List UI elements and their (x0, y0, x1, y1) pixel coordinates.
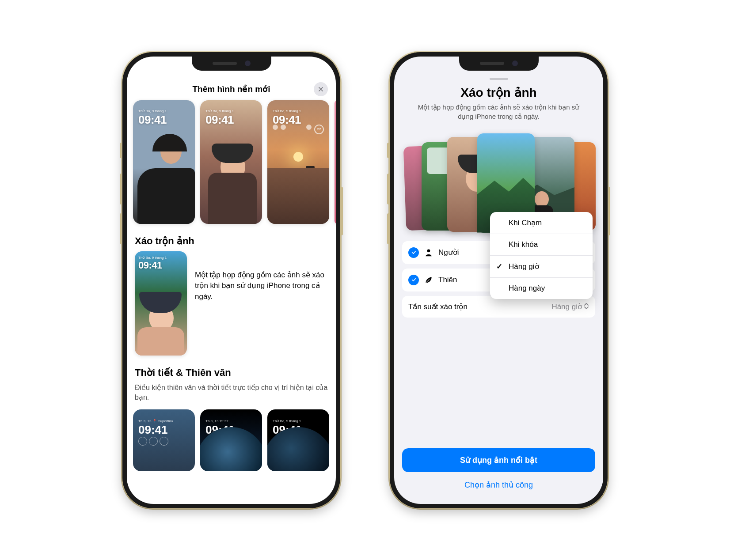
leaf-icon (424, 276, 433, 284)
person-icon (424, 248, 433, 257)
preview-date: Thứ Ba, 9 tháng 1 (273, 109, 301, 113)
preview-date: Th 3, 13 19:32 (205, 419, 235, 423)
preview-date: Thứ Ba, 9 tháng 1 (138, 256, 167, 260)
preview-clock: 09:41 (138, 260, 167, 271)
preview-date: Thứ Ba, 9 tháng 1 (138, 109, 167, 113)
wallpaper-preview-card[interactable]: Thứ Ba, 9 tháng 1 09:41 (200, 100, 262, 224)
frequency-popup: Khi Chạm Khi khóa Hàng giờ Hàng ngày (490, 212, 593, 299)
sheet-header: Thêm hình nền mới (127, 78, 336, 100)
close-button[interactable] (314, 82, 328, 96)
option-label: Thiên (438, 276, 457, 284)
weather-row[interactable]: Th 3, 13 📍 Cupertino 09:41 Th 3, 13 19:3… (127, 407, 336, 471)
phone-right: Xáo trộn ảnh Một tập hợp động gồm các ản… (389, 52, 608, 509)
page-title: Xáo trộn ảnh (394, 85, 603, 100)
weather-card[interactable]: Th 3, 13 19:32 09:41 (200, 409, 262, 471)
wallpaper-preview-card[interactable] (335, 100, 336, 224)
shuffle-preview-card[interactable]: Thứ Ba, 9 tháng 1 09:41 (135, 251, 187, 356)
option-label: Người (438, 248, 459, 257)
preview-clock: 09:41 (138, 113, 167, 127)
preview-date: Th 3, 13 📍 Cupertino (138, 419, 173, 423)
section-subtitle-weather: Điều kiện thiên văn và thời tiết trực ti… (127, 383, 336, 407)
chevron-up-down-icon (584, 303, 589, 311)
preview-clock: 09:41 (205, 113, 234, 127)
wallpaper-preview-row[interactable]: Thứ Ba, 9 tháng 1 09:41 Thứ Ba, 9 tháng … (127, 100, 336, 230)
phone-left: Thêm hình nền mới Thứ Ba, 9 tháng 1 09:4… (122, 52, 341, 509)
widget-temperature: 22 (314, 125, 324, 134)
frequency-row[interactable]: Tần suất xáo trộn Hàng giờ (402, 296, 595, 318)
close-icon (318, 86, 324, 92)
use-featured-button[interactable]: Sử dụng ảnh nổi bật (402, 448, 595, 472)
popup-item-on-tap[interactable]: Khi Chạm (490, 212, 593, 234)
checkmark-badge-icon (408, 275, 419, 285)
svg-point-0 (427, 249, 430, 252)
preview-clock: 09:41 (138, 423, 173, 437)
sheet-grabber[interactable] (490, 78, 508, 80)
screen-right: Xáo trộn ảnh Một tập hợp động gồm các ản… (394, 57, 603, 504)
popup-item-daily[interactable]: Hàng ngày (490, 278, 593, 299)
preview-date: Thứ Ba, 9 tháng 1 (273, 419, 302, 423)
sheet-title: Thêm hình nền mới (127, 84, 336, 94)
section-title-shuffle: Xáo trộn ảnh (127, 230, 336, 251)
page-subtitle: Một tập hợp động gồm các ảnh sẽ xáo trộn… (394, 100, 603, 128)
section-title-weather: Thời tiết & Thiên văn (127, 362, 336, 383)
popup-item-on-lock[interactable]: Khi khóa (490, 234, 593, 256)
frequency-label: Tần suất xáo trộn (408, 302, 468, 311)
screen-left: Thêm hình nền mới Thứ Ba, 9 tháng 1 09:4… (127, 57, 336, 504)
popup-item-hourly[interactable]: Hàng giờ (490, 256, 593, 278)
frequency-value: Hàng giờ (551, 302, 582, 311)
wallpaper-preview-card[interactable]: Thứ Ba, 9 tháng 1 09:41 (133, 100, 195, 224)
notch (192, 57, 271, 71)
shuffle-description: Một tập hợp động gồm các ảnh sẽ xáo trộn… (195, 251, 328, 303)
choose-manually-link[interactable]: Chọn ảnh thủ công (402, 472, 595, 490)
notch (459, 57, 539, 71)
wallpaper-preview-card[interactable]: Thứ Ba, 9 tháng 1 09:41 22 (267, 100, 329, 224)
weather-card[interactable]: Thứ Ba, 9 tháng 1 09:41 (267, 409, 329, 471)
preview-date: Thứ Ba, 9 tháng 1 (205, 109, 234, 113)
weather-card[interactable]: Th 3, 13 📍 Cupertino 09:41 (133, 409, 195, 471)
checkmark-badge-icon (408, 247, 419, 258)
